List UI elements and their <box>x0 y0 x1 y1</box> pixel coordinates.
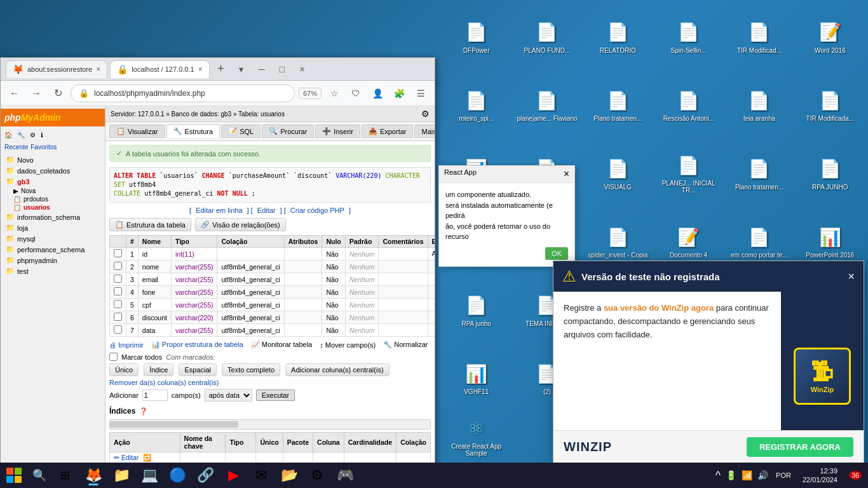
tab-visualizar[interactable]: 📋 Visualizar <box>109 125 165 138</box>
icon-plano-trat2[interactable]: 📄 Plano tratamen... <box>724 140 794 207</box>
tab-inserir[interactable]: ➕ Inserir <box>315 125 360 138</box>
tab-procurar[interactable]: 🔍 Procurar <box>262 125 314 138</box>
icon-tir2[interactable]: 📄 TIR Modificada... <box>796 72 865 139</box>
menu-button[interactable]: ☰ <box>412 85 430 102</box>
start-button[interactable] <box>4 465 24 485</box>
db-dados[interactable]: 📁 dados_coletados <box>3 165 102 176</box>
maximize-button[interactable]: □ <box>273 60 291 78</box>
indice-button[interactable]: Índice <box>144 363 173 376</box>
edit-link[interactable]: Editar <box>257 207 276 214</box>
icon-vghf11[interactable]: 📊 VGHF11 <box>442 345 511 412</box>
icon-word2016[interactable]: 📝 Word 2016 <box>796 3 865 71</box>
taskbar-youtube[interactable]: ▶ <box>220 464 247 487</box>
back-button[interactable]: ← <box>6 85 24 102</box>
remove-central-link[interactable]: Remover da(s) coluna(s) central(is) <box>109 379 431 386</box>
language-indicator[interactable]: POR <box>773 470 794 480</box>
tab1-close-button[interactable]: × <box>96 65 100 74</box>
tray-wifi[interactable]: 📶 <box>740 469 754 482</box>
tab-mais[interactable]: Mais <box>414 125 435 138</box>
reload-button[interactable]: ↻ <box>49 85 67 102</box>
close-button[interactable]: × <box>294 60 311 78</box>
visao-relacao-button[interactable]: 🔗 Visão de relação(ões) <box>195 218 286 231</box>
db-gb3[interactable]: 📁 gb3 <box>3 176 102 187</box>
add-field-position[interactable]: após data no início no fim <box>205 389 252 402</box>
icon-rpa-junho[interactable]: 📄 RPA JUNHO <box>796 140 865 207</box>
address-bar[interactable]: 🔒 localhost/phpmyadmin/index.php <box>71 85 295 102</box>
register-now-button[interactable]: REGISTRAR AGORA <box>747 437 853 457</box>
icon-dfpower[interactable]: 📄 DFPower <box>442 3 511 71</box>
espacial-button[interactable]: Espacial <box>179 363 217 376</box>
pma-settings-icon[interactable]: ⚙ <box>30 132 36 139</box>
tab-sql[interactable]: 📝 SQL <box>221 125 261 138</box>
table-usuarios[interactable]: 📋usuarios <box>3 203 102 212</box>
db-test[interactable]: 📁 test <box>3 266 102 276</box>
taskbar-game[interactable]: 🎮 <box>332 464 358 487</box>
monitor-link[interactable]: 📈 Monitorar tabela <box>251 341 313 349</box>
tab2-close-button[interactable]: × <box>198 65 203 74</box>
bookmark-button[interactable]: ☆ <box>325 85 343 102</box>
icon-planejame[interactable]: 📄 planejame... Flaviano <box>512 72 581 139</box>
unico-button[interactable]: Único <box>109 363 139 376</box>
icon-create-react[interactable]: ⚛ Create React App Sample <box>442 413 511 459</box>
check-all-checkbox[interactable] <box>109 353 118 361</box>
db-mysql[interactable]: 📁 mysql <box>3 233 102 244</box>
notification-button[interactable]: 36 <box>846 466 864 484</box>
tab-localhost[interactable]: 🔒 localhost / 127.0.0.1 × <box>110 60 209 78</box>
search-button[interactable]: 🔍 <box>27 465 52 485</box>
create-php-link[interactable]: Criar código PHP <box>290 207 344 214</box>
row2-checkbox[interactable] <box>114 262 122 270</box>
row7-checkbox[interactable] <box>114 325 122 334</box>
taskbar-explorer[interactable]: 📁 <box>108 464 135 487</box>
taskbar-edge[interactable]: 🔵 <box>164 464 191 487</box>
add-central-button[interactable]: Adicionar coluna(s) central(is) <box>285 363 390 376</box>
pma-sql-icon[interactable]: 🔧 <box>17 132 25 139</box>
icon-rescisao[interactable]: 📄 Rescisão Antoni... <box>654 72 723 139</box>
pma-header-settings[interactable]: ⚙ <box>421 109 430 119</box>
tray-sound[interactable]: 🔊 <box>756 469 770 482</box>
db-perf[interactable]: 📁 performance_schema <box>3 244 102 255</box>
add-field-execute-button[interactable]: Executar <box>256 390 295 401</box>
icon-visualg[interactable]: 📄 VISUALG <box>583 140 653 207</box>
tab-exportar[interactable]: 📤 Exportar <box>362 125 414 138</box>
icon-rpa-jun2[interactable]: 📄 RPA junho <box>442 276 511 344</box>
row1-checkbox[interactable] <box>114 249 122 257</box>
db-loja[interactable]: 📁 loja <box>3 222 102 233</box>
icon-teia[interactable]: 📄 teia aranha <box>724 72 794 139</box>
tray-icon1[interactable]: 🔋 <box>724 469 738 482</box>
system-clock[interactable]: 12:39 22/01/2024 <box>797 466 843 485</box>
print-link[interactable]: 🖨 Imprimir <box>109 341 144 349</box>
horizontal-scrollbar[interactable] <box>109 419 431 430</box>
taskbar-files[interactable]: 📂 <box>276 464 302 487</box>
row6-checkbox[interactable] <box>114 313 122 321</box>
shield-button[interactable]: 🛡 <box>347 85 365 102</box>
taskbar-mail[interactable]: ✉ <box>248 464 275 487</box>
db-phpmyadmin[interactable]: 📁 phpmyadmin <box>3 255 102 266</box>
icon-plano-trat[interactable]: 📄 Plano tratamen... <box>583 72 653 139</box>
pma-home-icon[interactable]: 🏠 <box>4 132 12 139</box>
pma-info-icon[interactable]: ℹ <box>41 132 43 139</box>
edit-inline-link[interactable]: Editar em linha <box>196 207 242 214</box>
row5-checkbox[interactable] <box>114 300 122 308</box>
minimize-button[interactable]: ─ <box>253 60 271 78</box>
update-ok-button[interactable]: OK <box>545 247 568 260</box>
add-field-count[interactable] <box>142 390 168 401</box>
row3-checkbox[interactable] <box>114 274 122 283</box>
indices-help[interactable]: ❓ <box>139 407 148 416</box>
estrutura-tabela-button[interactable]: 📋 Estrutura da tabela <box>109 218 191 231</box>
tab-list-button[interactable]: ▾ <box>233 60 250 78</box>
row4-checkbox[interactable] <box>114 287 122 295</box>
move-link[interactable]: ↕ Mover campo(s) <box>320 341 376 349</box>
tab-sessionrestore[interactable]: 🦊 about:sessionrestore × <box>6 60 107 78</box>
icon-relatorio[interactable]: 📄 RELATÓRIO <box>583 3 653 71</box>
extensions-button[interactable]: 🧩 <box>390 85 408 102</box>
icon-plano-fund[interactable]: 📄 PLANO FUND... <box>512 3 581 71</box>
new-tab-button[interactable]: + <box>212 60 230 78</box>
icon-roteiro[interactable]: 📄 roteiro_spi... <box>442 72 511 139</box>
table-nova[interactable]: ▶Nova <box>3 187 102 195</box>
tab-estrutura[interactable]: 🔧 Estrutura <box>166 125 220 138</box>
icon-tir-mod[interactable]: 📄 TIR Modificad... <box>724 3 794 71</box>
edit-index-link[interactable]: ✏ Editar <box>114 454 139 461</box>
normalize-link[interactable]: 🔧 Normalizar <box>383 341 428 349</box>
task-view-button[interactable]: ⊞ <box>55 465 75 485</box>
texto-completo-button[interactable]: Texto completo <box>222 363 280 376</box>
